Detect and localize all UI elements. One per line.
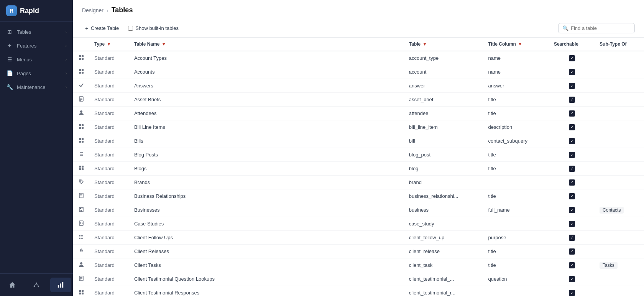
col-icon-header xyxy=(73,38,90,51)
row-table-name[interactable]: Client Testimonial Question Lookups xyxy=(130,272,251,286)
row-table-name[interactable]: Attendees xyxy=(130,107,251,120)
table-row[interactable]: Standard Client Testimonial Question Loo… xyxy=(73,272,644,286)
row-subtype xyxy=(595,245,644,258)
row-icon-cell xyxy=(73,79,90,93)
table-row[interactable]: Standard Blog Posts blog_post title ✓ xyxy=(73,148,644,162)
col-type-header[interactable]: Type ▼ xyxy=(90,38,130,51)
home-icon xyxy=(9,281,16,288)
row-table-name[interactable]: Client Testimonial Responses xyxy=(130,286,251,296)
table-row[interactable]: Standard Client Tasks client_task title … xyxy=(73,258,644,272)
col-title-header[interactable]: Title Column ▼ xyxy=(483,38,549,51)
row-table-name[interactable]: Brands xyxy=(130,176,251,189)
row-searchable: ✓ xyxy=(549,203,595,217)
create-table-label: Create Table xyxy=(91,25,119,31)
sidebar-item-pages[interactable]: 📄 Pages › xyxy=(0,66,73,80)
sidebar-item-menus[interactable]: ☰ Menus › xyxy=(0,53,73,66)
row-spacer xyxy=(251,286,404,296)
table-row[interactable]: Standard Accounts account name ✓ xyxy=(73,65,644,79)
table-row[interactable]: Standard Case Studies case_study ✓ xyxy=(73,217,644,231)
row-icon-cell xyxy=(73,217,90,231)
table-row[interactable]: Standard Attendees attendee title ✓ xyxy=(73,107,644,120)
svg-rect-59 xyxy=(82,290,84,292)
table-row[interactable]: Standard Businesses business full_name ✓… xyxy=(73,203,644,217)
row-searchable: ✓ xyxy=(549,148,595,162)
table-row[interactable]: Standard Bill Line Items bill_line_item … xyxy=(73,120,644,134)
table-row[interactable]: Standard Client Testimonial Responses cl… xyxy=(73,286,644,296)
row-type: Standard xyxy=(90,258,130,272)
breadcrumb-current: Tables xyxy=(112,6,133,14)
row-table: client_testimonial_r... xyxy=(404,286,484,296)
table-row[interactable]: Standard Client Releases client_release … xyxy=(73,245,644,258)
table-row[interactable]: Standard Business Relationships business… xyxy=(73,189,644,203)
sidebar-item-maintenance[interactable]: 🔧 Maintenance › xyxy=(0,80,73,94)
row-subtype xyxy=(595,217,644,231)
row-table-name[interactable]: Case Studies xyxy=(130,217,251,231)
row-table-name[interactable]: Asset Briefs xyxy=(130,93,251,107)
table-row[interactable]: Standard Bills bill contact_subquery ✓ xyxy=(73,134,644,148)
col-table-header[interactable]: Table ▼ xyxy=(404,38,484,51)
breadcrumb-parent[interactable]: Designer xyxy=(82,7,104,13)
bottom-chart-button[interactable] xyxy=(50,278,71,292)
searchable-checkbox: ✓ xyxy=(569,124,575,130)
pages-icon: 📄 xyxy=(6,70,13,76)
row-type: Standard xyxy=(90,189,130,203)
bottom-network-button[interactable] xyxy=(26,278,47,292)
row-title-column: title xyxy=(483,258,549,272)
searchable-checkbox: ✓ xyxy=(569,262,575,268)
table-row[interactable]: Standard Answers answer answer ✓ xyxy=(73,79,644,93)
row-spacer xyxy=(251,217,404,231)
searchable-checkbox: ✓ xyxy=(569,166,575,172)
row-table-name[interactable]: Answers xyxy=(130,79,251,93)
table-row[interactable]: Standard Account Types account_type name… xyxy=(73,51,644,65)
svg-point-53 xyxy=(80,262,82,265)
row-table-name[interactable]: Client Follow Ups xyxy=(130,231,251,245)
searchable-checkbox: ✓ xyxy=(569,69,575,75)
svg-point-1 xyxy=(34,286,35,288)
show-builtin-checkbox[interactable] xyxy=(128,26,133,31)
bottom-home-button[interactable] xyxy=(2,278,23,292)
row-table: case_study xyxy=(404,217,484,231)
row-table-name[interactable]: Blogs xyxy=(130,162,251,176)
sidebar-item-features[interactable]: ✦ Features › xyxy=(0,39,73,53)
table-header-row: Type ▼ Table Name ▼ Table ▼ Title Column xyxy=(73,38,644,51)
row-type: Standard xyxy=(90,245,130,258)
row-table-name[interactable]: Business Relationships xyxy=(130,189,251,203)
row-type-icon xyxy=(77,207,85,212)
col-tablename-header[interactable]: Table Name ▼ xyxy=(130,38,251,51)
sidebar-item-tables[interactable]: ⊞ Tables › xyxy=(0,25,73,39)
row-table-name[interactable]: Accounts xyxy=(130,65,251,79)
app-logo: R Rapid xyxy=(0,0,73,22)
create-table-button[interactable]: + Create Table xyxy=(82,23,122,33)
row-table-name[interactable]: Businesses xyxy=(130,203,251,217)
row-type-icon xyxy=(77,179,85,184)
svg-rect-27 xyxy=(79,141,81,143)
row-subtype xyxy=(595,286,644,296)
row-table-name[interactable]: Client Releases xyxy=(130,245,251,258)
row-table-name[interactable]: Client Tasks xyxy=(130,258,251,272)
show-builtin-checkbox-label[interactable]: Show built-in tables xyxy=(128,25,179,31)
row-table: answer xyxy=(404,79,484,93)
row-type: Standard xyxy=(90,120,130,134)
row-type: Standard xyxy=(90,134,130,148)
row-type-icon xyxy=(77,276,85,281)
table-row[interactable]: Standard Client Follow Ups client_follow… xyxy=(73,231,644,245)
row-table-name[interactable]: Account Types xyxy=(130,51,251,65)
row-icon-cell xyxy=(73,65,90,79)
row-searchable: ✓ xyxy=(549,286,595,296)
table-row[interactable]: Standard Blogs blog title ✓ xyxy=(73,162,644,176)
row-subtype: Contacts xyxy=(595,203,644,217)
table-row[interactable]: Standard Asset Briefs asset_brief title … xyxy=(73,93,644,107)
row-table-name[interactable]: Bill Line Items xyxy=(130,120,251,134)
row-subtype xyxy=(595,176,644,189)
breadcrumb: Designer › Tables xyxy=(82,6,635,14)
row-subtype xyxy=(595,51,644,65)
title-label: Title Column xyxy=(488,41,516,47)
row-title-column: answer xyxy=(483,79,549,93)
row-table-name[interactable]: Blog Posts xyxy=(130,148,251,162)
table-row[interactable]: Standard Brands brand ✓ xyxy=(73,176,644,189)
row-searchable: ✓ xyxy=(549,217,595,231)
row-title-column: title xyxy=(483,148,549,162)
search-input[interactable] xyxy=(571,25,631,31)
col-subtype-header: Sub-Type Of xyxy=(595,38,644,51)
row-table-name[interactable]: Bills xyxy=(130,134,251,148)
